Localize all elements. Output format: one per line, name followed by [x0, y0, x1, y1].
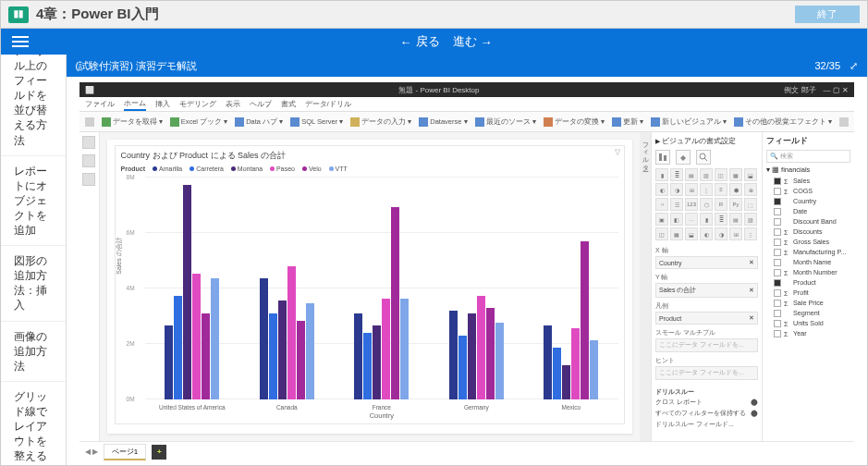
legend-item[interactable]: Amarilla: [153, 166, 182, 172]
filters-pane-collapsed[interactable]: フィルター: [640, 132, 651, 441]
bar[interactable]: [449, 311, 458, 399]
bar[interactable]: [363, 333, 372, 399]
viz-tab-fields[interactable]: [655, 150, 670, 165]
viz-tab-format[interactable]: [676, 150, 691, 165]
end-button[interactable]: 終了: [795, 6, 860, 23]
field-item[interactable]: Segment: [766, 308, 850, 318]
field-well[interactable]: ここにデータ フィールドを...: [655, 366, 758, 380]
viz-type-icon[interactable]: ▦: [729, 168, 742, 181]
ribbon-paste[interactable]: [85, 117, 94, 127]
viz-type-icon[interactable]: ⊕: [744, 183, 757, 196]
sidebar-item[interactable]: 画像の追加方法: [1, 322, 66, 382]
viz-type-icon[interactable]: 123: [685, 198, 698, 211]
viz-type-icon[interactable]: ☰: [670, 198, 683, 211]
viz-type-icon[interactable]: ⊞: [685, 183, 698, 196]
viz-type-icon[interactable]: ▥: [700, 168, 713, 181]
field-item[interactable]: ΣProfit: [766, 288, 850, 298]
field-item[interactable]: Country: [766, 196, 850, 206]
pbi-menu-item[interactable]: モデリング: [179, 99, 216, 109]
viz-type-icon[interactable]: ▮: [700, 213, 713, 226]
expand-icon[interactable]: ⤢: [850, 60, 858, 72]
viz-type-icon[interactable]: ▣: [655, 213, 668, 226]
field-well[interactable]: Product✕: [655, 312, 758, 325]
add-page-button[interactable]: +: [152, 445, 166, 460]
ribbon-item[interactable]: 更新 ▾: [612, 117, 643, 127]
legend-item[interactable]: Velo: [302, 166, 322, 172]
model-view-icon[interactable]: [82, 173, 95, 186]
viz-type-icon[interactable]: ⬢: [729, 183, 742, 196]
viz-type-icon[interactable]: ▤: [685, 168, 698, 181]
report-canvas[interactable]: ▽ Country および Product による Sales の合計 Prod…: [107, 140, 632, 434]
bar[interactable]: [495, 323, 504, 399]
drill-option[interactable]: ドリルスルー フィールド...: [655, 419, 758, 430]
bar[interactable]: [192, 274, 201, 399]
bar[interactable]: [278, 300, 287, 399]
sidebar-item[interactable]: レポートにオブジェクトを追加: [1, 156, 66, 246]
viz-type-icon[interactable]: ≣: [670, 168, 683, 181]
bar[interactable]: [287, 266, 296, 399]
viz-type-icon[interactable]: ◑: [670, 183, 683, 196]
legend-item[interactable]: Carretera: [189, 166, 224, 172]
bar[interactable]: [373, 325, 381, 399]
table-header[interactable]: ▾ ▦ financials: [766, 166, 850, 174]
bar[interactable]: [400, 299, 409, 399]
ribbon-item[interactable]: [839, 117, 849, 127]
field-item[interactable]: ΣSale Price: [766, 298, 850, 308]
legend-item[interactable]: Montana: [231, 166, 263, 172]
nav-back-button[interactable]: ← 戻る: [400, 33, 440, 50]
bar[interactable]: [382, 299, 390, 399]
bar[interactable]: [297, 321, 305, 399]
bar[interactable]: [571, 328, 580, 399]
field-item[interactable]: Month Name: [766, 257, 850, 267]
pbi-menu-item[interactable]: 挿入: [155, 99, 170, 109]
ribbon-item[interactable]: SQL Server ▾: [290, 117, 343, 127]
field-item[interactable]: ΣSales: [766, 176, 850, 186]
viz-type-icon[interactable]: ◐: [700, 227, 713, 240]
drill-option[interactable]: クロス レポート ⬤: [655, 397, 758, 408]
bar[interactable]: [458, 336, 467, 399]
viz-type-icon[interactable]: ▮: [655, 168, 668, 181]
bar[interactable]: [486, 308, 495, 399]
viz-type-icon[interactable]: ◑: [715, 227, 727, 240]
report-view-icon[interactable]: [82, 136, 95, 149]
pbi-menu-item[interactable]: データ/ドリル: [305, 99, 351, 109]
viz-type-icon[interactable]: ◫: [715, 168, 727, 181]
ribbon-item[interactable]: データの入力 ▾: [350, 117, 411, 127]
bar[interactable]: [581, 241, 589, 399]
viz-type-icon[interactable]: ▦: [670, 227, 683, 240]
bar[interactable]: [590, 340, 598, 399]
viz-tab-analytics[interactable]: [696, 150, 711, 165]
viz-type-icon[interactable]: ⌗: [655, 198, 668, 211]
pbi-menu-item[interactable]: ホーム: [124, 98, 146, 111]
viz-type-icon[interactable]: ⬓: [744, 168, 757, 181]
ribbon-item[interactable]: Excel ブック ▾: [170, 117, 228, 127]
sidebar-item[interactable]: 図形の追加方法：挿入: [1, 246, 66, 321]
viz-type-icon[interactable]: ⋮: [700, 183, 713, 196]
bar[interactable]: [468, 313, 476, 399]
nav-forward-button[interactable]: 進む →: [453, 33, 493, 50]
field-item[interactable]: ΣManufacturing P...: [766, 247, 850, 257]
pbi-menu-item[interactable]: ヘルプ: [250, 99, 272, 109]
data-view-icon[interactable]: [82, 154, 95, 167]
viz-type-icon[interactable]: ⋮: [744, 227, 757, 240]
ribbon-item[interactable]: Dataverse ▾: [419, 117, 467, 127]
viz-type-icon[interactable]: ≡: [715, 183, 727, 196]
viz-type-icon[interactable]: ◫: [655, 227, 668, 240]
legend-item[interactable]: Paseo: [270, 166, 295, 172]
ribbon-item[interactable]: 新しいビジュアル ▾: [651, 117, 727, 127]
sidebar-item[interactable]: グリッド線でレイアウトを整える: [1, 382, 66, 465]
viz-type-icon[interactable]: Py: [729, 198, 742, 211]
chart-filter-icon[interactable]: ▽: [615, 148, 620, 156]
field-item[interactable]: Product: [766, 277, 850, 288]
ribbon-item[interactable]: 最近のソース ▾: [475, 117, 536, 127]
bar[interactable]: [391, 207, 399, 399]
page-tab-1[interactable]: ページ1: [104, 444, 146, 460]
viz-type-icon[interactable]: …: [685, 213, 698, 226]
ribbon-item[interactable]: その他の視覚エフェクト ▾: [734, 117, 832, 127]
bar[interactable]: [174, 296, 182, 399]
viz-type-icon[interactable]: ≣: [715, 213, 727, 226]
field-item[interactable]: ΣMonth Number: [766, 267, 850, 277]
fields-search-input[interactable]: 🔍 検索: [766, 150, 850, 163]
bar[interactable]: [306, 303, 314, 399]
bar[interactable]: [354, 313, 362, 399]
